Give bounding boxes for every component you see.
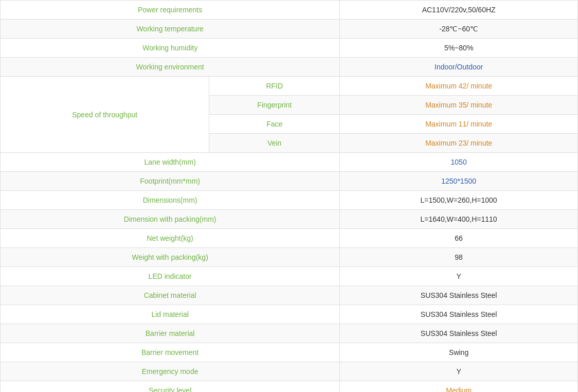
spec-label: Working temperature — [1, 20, 340, 39]
spec-value: 1050 — [340, 153, 578, 172]
spec-label: Power requirements — [1, 1, 340, 20]
spec-value: Medium — [340, 381, 578, 393]
spec-value: Maximum 42/ minute — [340, 77, 578, 96]
spec-value: 98 — [340, 248, 578, 267]
spec-label: Weight with packing(kg) — [1, 248, 340, 267]
spec-label: Working environment — [1, 58, 340, 77]
spec-label: Cabinet material — [1, 286, 340, 305]
spec-sublabel: Vein — [209, 134, 340, 153]
spec-value: Maximum 35/ minute — [340, 96, 578, 115]
spec-label: Barrier movement — [1, 343, 340, 362]
spec-value: 1250*1500 — [340, 172, 578, 191]
spec-value: SUS304 Stainless Steel — [340, 305, 578, 324]
spec-sublabel: RFID — [209, 77, 340, 96]
spec-label: Working humidity — [1, 39, 340, 58]
spec-sublabel: Fingerprint — [209, 96, 340, 115]
spec-value: 66 — [340, 229, 578, 248]
spec-label: Footprint(mm*mm) — [1, 172, 340, 191]
spec-value: -28℃~60℃ — [340, 20, 578, 39]
spec-value: SUS304 Stainless Steel — [340, 324, 578, 343]
spec-label: Barrier material — [1, 324, 340, 343]
spec-value: Swing — [340, 343, 578, 362]
spec-value: L=1500,W=260,H=1000 — [340, 191, 578, 210]
spec-label: Emergency mode — [1, 362, 340, 381]
spec-value: L=1640,W=400,H=1110 — [340, 210, 578, 229]
spec-value: Maximum 23/ minute — [340, 134, 578, 153]
spec-label: Net weight(kg) — [1, 229, 340, 248]
spec-value: Y — [340, 267, 578, 286]
spec-value: Maximum 11/ minute — [340, 115, 578, 134]
specs-table: Power requirementsAC110V/220v,50/60HZWor… — [0, 0, 578, 392]
spec-sublabel: Face — [209, 115, 340, 134]
spec-value: Y — [340, 362, 578, 381]
spec-value: Indoor/Outdoor — [340, 58, 578, 77]
spec-label: Lid material — [1, 305, 340, 324]
spec-label: Dimension with packing(mm) — [1, 210, 340, 229]
spec-value: SUS304 Stainless Steel — [340, 286, 578, 305]
spec-value: 5%~80% — [340, 39, 578, 58]
spec-label: Lane width(mm) — [1, 153, 340, 172]
spec-value: AC110V/220v,50/60HZ — [340, 1, 578, 20]
spec-group-label: Speed of throughput — [1, 77, 209, 153]
spec-label: Security level — [1, 381, 340, 393]
spec-label: Dimensions(mm) — [1, 191, 340, 210]
spec-label: LED indicator — [1, 267, 340, 286]
